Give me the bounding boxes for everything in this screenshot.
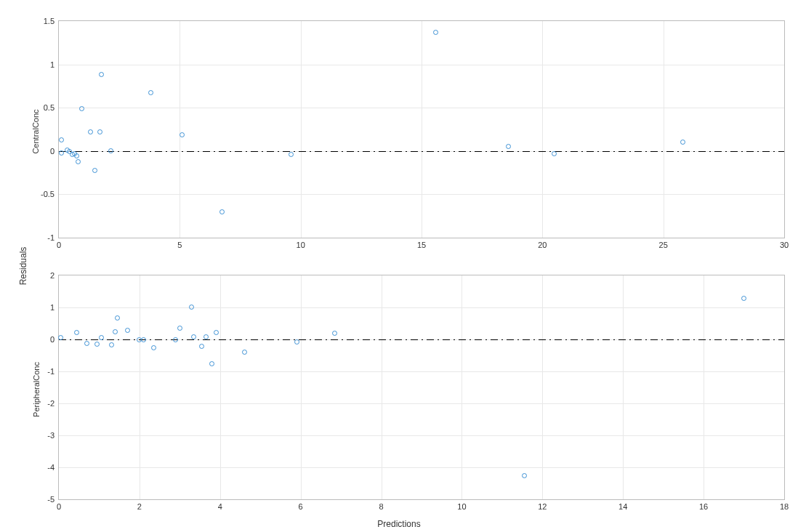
data-point bbox=[180, 132, 185, 137]
gridline-v bbox=[542, 21, 543, 238]
zero-reference-line bbox=[59, 151, 784, 152]
gridline-h bbox=[59, 65, 784, 65]
data-point bbox=[242, 350, 247, 355]
y-tick-label: 1.5 bbox=[44, 17, 55, 25]
x-tick-label: 10 bbox=[457, 502, 466, 511]
data-point bbox=[522, 473, 527, 478]
y-tick-label: 1 bbox=[50, 303, 55, 312]
global-x-label: Predictions bbox=[377, 519, 420, 529]
x-tick-label: 30 bbox=[780, 241, 789, 249]
data-point bbox=[76, 159, 81, 164]
data-point bbox=[84, 341, 89, 346]
data-point bbox=[177, 326, 182, 331]
x-tick-label: 14 bbox=[618, 502, 627, 511]
data-point bbox=[203, 334, 209, 339]
y-tick-label: 0 bbox=[50, 147, 55, 156]
data-point bbox=[173, 337, 178, 342]
x-tick-label: 4 bbox=[218, 502, 222, 511]
data-point bbox=[332, 331, 337, 336]
data-point bbox=[88, 129, 93, 134]
x-tick-label: 6 bbox=[299, 502, 303, 511]
gridline-v bbox=[301, 275, 302, 499]
gridline-v bbox=[422, 21, 422, 238]
data-point bbox=[552, 151, 557, 156]
data-point bbox=[99, 335, 104, 340]
panel-peripheral-ylabel: PeripheralConc bbox=[32, 362, 41, 417]
data-point bbox=[151, 345, 156, 350]
y-tick-label: -0.5 bbox=[41, 190, 55, 198]
gridline-v bbox=[462, 275, 462, 499]
x-tick-label: 2 bbox=[137, 502, 142, 511]
x-tick-label: 5 bbox=[177, 241, 182, 249]
data-point bbox=[189, 305, 194, 310]
data-point bbox=[108, 148, 113, 153]
gridline-v bbox=[704, 275, 704, 499]
gridline-v bbox=[542, 275, 543, 499]
data-point bbox=[141, 337, 146, 342]
gridline-v bbox=[220, 275, 221, 499]
data-point bbox=[289, 152, 294, 157]
figure: Residuals Predictions CentralConc 051015… bbox=[0, 0, 798, 532]
data-point bbox=[59, 150, 64, 156]
gridline-v bbox=[140, 275, 140, 499]
data-point bbox=[113, 329, 118, 334]
y-tick-label: 0.5 bbox=[44, 103, 55, 112]
x-tick-label: 0 bbox=[57, 502, 61, 511]
data-point bbox=[79, 106, 84, 111]
gridline-v bbox=[382, 275, 382, 499]
x-tick-label: 18 bbox=[780, 502, 789, 511]
plot-area-central: 051015202530-1-0.500.511.5 bbox=[58, 20, 785, 238]
data-point bbox=[214, 330, 219, 335]
gridline-h bbox=[59, 108, 784, 108]
data-point bbox=[97, 129, 102, 134]
x-tick-label: 20 bbox=[538, 241, 547, 249]
data-point bbox=[74, 330, 79, 335]
gridline-v bbox=[664, 21, 664, 238]
data-point bbox=[148, 90, 153, 95]
y-tick-label: -1 bbox=[47, 367, 55, 376]
data-point bbox=[191, 334, 196, 339]
y-tick-label: -2 bbox=[47, 399, 55, 408]
x-tick-label: 10 bbox=[297, 241, 305, 249]
y-tick-label: -4 bbox=[47, 463, 55, 472]
data-point bbox=[199, 344, 204, 349]
data-point bbox=[506, 144, 511, 149]
y-tick-label: -1 bbox=[47, 233, 55, 242]
data-point bbox=[115, 315, 120, 321]
y-tick-label: 0 bbox=[50, 335, 55, 344]
data-point bbox=[59, 137, 64, 142]
data-point bbox=[92, 168, 97, 173]
y-tick-label: 1 bbox=[50, 60, 55, 69]
global-y-label: Residuals bbox=[18, 247, 28, 286]
y-tick-label: -3 bbox=[47, 431, 55, 440]
data-point bbox=[680, 140, 685, 145]
plot-area-peripheral: 024681012141618-5-4-3-2-1012 bbox=[58, 275, 785, 500]
gridline-v bbox=[180, 21, 180, 238]
x-tick-label: 8 bbox=[379, 502, 383, 511]
data-point bbox=[741, 296, 746, 301]
x-tick-label: 12 bbox=[538, 502, 547, 511]
gridline-h bbox=[59, 307, 784, 308]
gridline-v bbox=[301, 21, 302, 238]
gridline-h bbox=[59, 403, 784, 404]
data-point bbox=[294, 339, 299, 344]
data-point bbox=[219, 209, 225, 214]
y-tick-label: -5 bbox=[47, 495, 55, 504]
panel-central-ylabel: CentralConc bbox=[31, 109, 40, 153]
data-point bbox=[94, 342, 100, 347]
gridline-h bbox=[59, 435, 784, 436]
y-tick-label: 2 bbox=[50, 271, 55, 280]
data-point bbox=[209, 361, 214, 366]
gridline-h bbox=[59, 194, 784, 195]
data-point bbox=[433, 30, 438, 35]
gridline-h bbox=[59, 371, 784, 372]
data-point bbox=[109, 342, 114, 347]
x-tick-label: 16 bbox=[699, 502, 708, 511]
x-tick-label: 15 bbox=[417, 241, 426, 249]
x-tick-label: 0 bbox=[57, 241, 61, 249]
gridline-v bbox=[623, 275, 624, 499]
gridline-h bbox=[59, 467, 784, 468]
data-point bbox=[99, 72, 104, 77]
data-point bbox=[125, 328, 130, 333]
x-tick-label: 25 bbox=[659, 241, 668, 249]
